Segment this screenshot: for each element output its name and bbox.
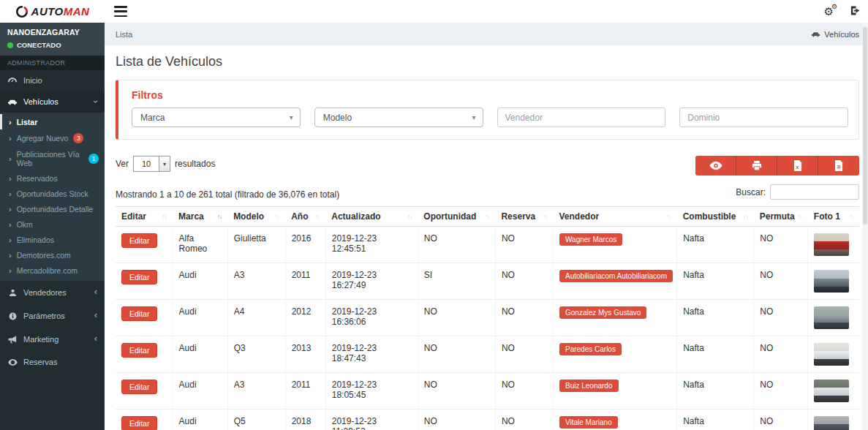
edit-button[interactable]: Editar bbox=[121, 233, 157, 248]
sidebar-item-reservas[interactable]: Reservas bbox=[0, 351, 105, 373]
sidebar-item-vehiculos[interactable]: Vehículos › bbox=[0, 91, 105, 113]
sort-icon: ↑↓ bbox=[666, 213, 671, 220]
sidebar-item-demotores[interactable]: › Demotores.com bbox=[0, 247, 105, 263]
cell-combustible: Nafta bbox=[677, 263, 754, 300]
edit-button[interactable]: Editar bbox=[121, 270, 157, 284]
table-row: Editar Audi A3 2011 2019-12-23 16:27:49 … bbox=[116, 263, 859, 300]
col-header-reserva[interactable]: Reserva↑↓ bbox=[495, 207, 553, 227]
breadcrumb-section[interactable]: Vehículos bbox=[811, 30, 859, 39]
sidebar-item-oportunidades-detalle[interactable]: › Oportunidades Detalle bbox=[0, 201, 105, 216]
cell-anio: 2018 bbox=[285, 410, 325, 430]
sidebar-item-reservados[interactable]: › Reservados bbox=[0, 170, 105, 186]
dominio-input[interactable] bbox=[679, 108, 848, 127]
col-header-actualizado[interactable]: Actualizado↑↓ bbox=[325, 207, 418, 227]
export-excel-button[interactable]: x bbox=[777, 156, 818, 176]
cell-marca: Audi bbox=[173, 300, 227, 336]
cell-reserva: NO bbox=[495, 373, 553, 410]
sidebar-item-listar[interactable]: › Listar bbox=[0, 114, 105, 129]
settings-gears-icon[interactable]: ⚙⚙ bbox=[824, 6, 834, 17]
sidebar-item-inicio[interactable]: Inicio bbox=[0, 70, 105, 91]
caret-down-icon: ▾ bbox=[290, 113, 293, 121]
app-logo[interactable]: AUTOMAN bbox=[0, 0, 105, 23]
table-row: Editar Audi A3 2011 2019-12-23 18:05:45 … bbox=[116, 373, 859, 410]
sidebar-item-vendedores[interactable]: Vendedores › bbox=[0, 281, 105, 304]
sort-icon: ↑↓ bbox=[407, 213, 412, 220]
vendedor-badge[interactable]: Autobiliariacom Autobiliariacom bbox=[559, 270, 673, 282]
vehicle-photo[interactable] bbox=[814, 380, 849, 402]
sidebar-item-label: Parámetros bbox=[23, 312, 65, 320]
col-header-modelo[interactable]: Modelo↑↓ bbox=[227, 207, 285, 227]
cell-actualizado: 2019-12-23 18:05:45 bbox=[325, 373, 418, 410]
cell-permuta: NO bbox=[754, 336, 808, 373]
vertical-scrollbar[interactable] bbox=[862, 23, 868, 430]
sidebar-item-okm[interactable]: › Okm bbox=[0, 216, 105, 232]
scrollbar-thumb[interactable] bbox=[863, 27, 867, 225]
search-input[interactable] bbox=[770, 184, 859, 200]
sort-icon: ↑↓ bbox=[743, 213, 748, 220]
edit-button[interactable]: Editar bbox=[121, 380, 157, 394]
col-header-marca[interactable]: Marca↑↓ bbox=[173, 207, 227, 227]
vendedor-badge[interactable]: Vitale Mariano bbox=[559, 416, 618, 429]
col-header-editar[interactable]: Editar↑↓ bbox=[116, 207, 173, 227]
col-header-combustible[interactable]: Combustible↑↓ bbox=[677, 207, 754, 227]
cell-modelo: Q5 bbox=[227, 410, 285, 430]
modelo-select[interactable]: Modelo ▾ bbox=[314, 108, 483, 127]
sidebar-item-marketing[interactable]: Marketing › bbox=[0, 328, 105, 351]
cell-modelo: Q3 bbox=[227, 336, 285, 373]
page-title: Lista de Vehículos bbox=[105, 45, 868, 69]
col-header-vendedor[interactable]: Vendedor↑↓ bbox=[554, 207, 677, 227]
sidebar-item-publicaciones-via-web[interactable]: › Publiciaciones Vía Web 1 bbox=[0, 146, 105, 170]
marca-select[interactable]: Marca ▾ bbox=[132, 108, 301, 127]
vehicle-photo[interactable] bbox=[814, 343, 849, 366]
view-columns-button[interactable] bbox=[695, 156, 736, 176]
cell-reserva: NO bbox=[495, 227, 553, 263]
cell-marca: Audi bbox=[173, 410, 227, 430]
cell-combustible: Nafta bbox=[677, 373, 754, 410]
filters-title: Filtros bbox=[132, 89, 848, 101]
cell-permuta: NO bbox=[754, 373, 808, 410]
vendedor-badge[interactable]: Gonzalez Mys Gustavo bbox=[559, 306, 646, 319]
filters-panel: Filtros Marca ▾ Modelo ▾ bbox=[116, 80, 859, 140]
results-info: Mostrando 1 a 10 de 261 total (filtrado … bbox=[116, 189, 339, 200]
angle-right-icon: › bbox=[9, 118, 12, 127]
col-header-foto1[interactable]: Foto 1↑↓ bbox=[808, 207, 859, 227]
sign-out-icon[interactable] bbox=[850, 5, 861, 18]
file-pdf-icon bbox=[834, 160, 843, 171]
select-caret-icon: ▾ bbox=[159, 156, 170, 171]
col-header-permuta[interactable]: Permuta↑↓ bbox=[754, 207, 808, 227]
sort-icon: ↑↓ bbox=[315, 213, 320, 220]
export-button-group: x bbox=[695, 156, 859, 176]
sidebar-item-parametros[interactable]: Parámetros › bbox=[0, 304, 105, 328]
vehicle-photo[interactable] bbox=[814, 416, 849, 430]
col-header-anio[interactable]: Año↑↓ bbox=[285, 207, 325, 227]
sidebar-item-eliminados[interactable]: › Eliminados bbox=[0, 232, 105, 247]
page-size-select[interactable]: 10 ▾ bbox=[133, 156, 170, 172]
vendedor-badge[interactable]: Paredes Carlos bbox=[559, 343, 622, 355]
vendedor-input[interactable] bbox=[497, 108, 666, 127]
edit-button[interactable]: Editar bbox=[121, 343, 157, 358]
sidebar-item-label: Vehículos bbox=[23, 97, 59, 106]
cell-actualizado: 2019-12-23 12:45:51 bbox=[325, 227, 418, 263]
export-pdf-button[interactable] bbox=[818, 156, 859, 176]
cell-marca: Alfa Romeo bbox=[173, 227, 227, 263]
cell-anio: 2011 bbox=[285, 373, 325, 410]
cell-reserva: NO bbox=[495, 410, 553, 430]
sidebar-item-mercadolibre[interactable]: › Mercadolibre.com bbox=[0, 263, 105, 278]
top-navbar: AUTOMAN ⚙⚙ bbox=[0, 0, 868, 23]
edit-button[interactable]: Editar bbox=[121, 306, 157, 321]
vehicle-photo[interactable] bbox=[814, 270, 849, 293]
sidebar-item-agregar-nuevo[interactable]: › Agregar Nuevo 3 bbox=[0, 129, 105, 146]
cell-reserva: NO bbox=[495, 300, 553, 336]
vendedor-badge[interactable]: Buiz Leonardo bbox=[559, 380, 619, 392]
vehicle-photo[interactable] bbox=[814, 306, 849, 329]
hamburger-icon[interactable] bbox=[114, 6, 127, 17]
edit-button[interactable]: Editar bbox=[121, 416, 157, 430]
cell-actualizado: 2019-12-23 18:47:43 bbox=[325, 336, 418, 373]
sort-icon-active: ↑↓ bbox=[217, 213, 222, 220]
cell-actualizado: 2019-12-23 11:29:52 bbox=[325, 410, 418, 430]
col-header-oportunidad[interactable]: Oportunidad↑↓ bbox=[418, 207, 495, 227]
print-button[interactable] bbox=[736, 156, 777, 176]
sidebar-item-oportunidades-stock[interactable]: › Oportunidades Stock bbox=[0, 186, 105, 201]
vehicle-photo[interactable] bbox=[814, 233, 849, 256]
vendedor-badge[interactable]: Wagner Marcos bbox=[559, 233, 622, 246]
